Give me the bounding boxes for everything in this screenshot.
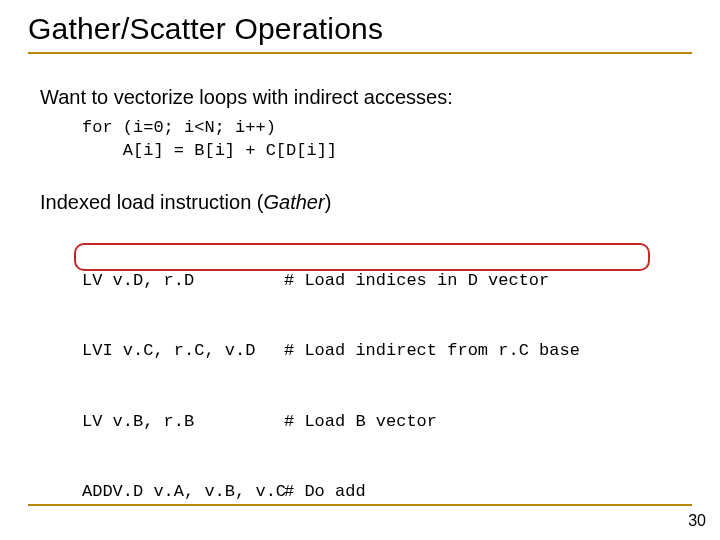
asm-row-1: LVI v.C, r.C, v.D# Load indirect from r.… <box>82 339 692 362</box>
footer-divider <box>28 504 692 506</box>
asm-row-3: ADDV.D v.A, v.B, v.C# Do add <box>82 480 692 503</box>
intro-line: Want to vectorize loops with indirect ac… <box>40 86 692 109</box>
asm-row-2: LV v.B, r.B# Load B vector <box>82 410 692 433</box>
page-number: 30 <box>688 512 706 530</box>
c-code-line-2: A[i] = B[i] + C[D[i]] <box>123 141 337 160</box>
asm-row-0: LV v.D, r.D# Load indices in D vector <box>82 269 692 292</box>
assembly-block: LV v.D, r.D# Load indices in D vector LV… <box>82 222 692 540</box>
gather-heading: Indexed load instruction (Gather) <box>40 191 692 214</box>
title-divider <box>28 52 692 54</box>
c-code-line-1: for (i=0; i<N; i++) <box>82 118 276 137</box>
c-code-block: for (i=0; i<N; i++) A[i] = B[i] + C[D[i]… <box>82 117 692 163</box>
slide-title: Gather/Scatter Operations <box>28 12 692 46</box>
